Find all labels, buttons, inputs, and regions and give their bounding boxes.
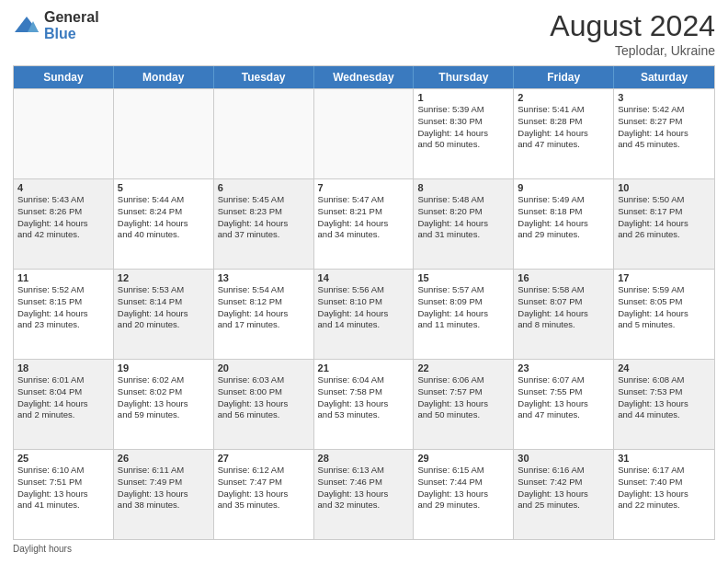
cell-line: and 2 minutes. [17,409,109,421]
cell-line: Daylight: 14 hours [17,218,109,230]
day-number: 20 [218,362,310,373]
cal-cell-27: 27Sunrise: 6:12 AMSunset: 7:47 PMDayligh… [214,450,314,539]
cell-line: and 22 minutes. [618,500,711,511]
cell-line: Sunset: 8:23 PM [218,206,310,218]
cell-line: Sunrise: 6:06 AM [417,374,509,386]
day-number: 16 [518,272,609,283]
cal-cell-15: 15Sunrise: 5:57 AMSunset: 8:09 PMDayligh… [414,270,514,359]
cell-line: Daylight: 14 hours [218,308,310,320]
cal-cell-8: 8Sunrise: 5:48 AMSunset: 8:20 PMDaylight… [414,179,514,269]
cell-line: Daylight: 14 hours [518,128,609,140]
cal-cell-28: 28Sunrise: 6:13 AMSunset: 7:46 PMDayligh… [314,450,415,539]
cell-line: Daylight: 13 hours [118,398,210,410]
cal-cell-12: 12Sunrise: 5:53 AMSunset: 8:14 PMDayligh… [114,270,214,359]
cell-line: and 40 minutes. [118,229,210,241]
cell-line: Daylight: 14 hours [17,308,109,320]
cell-line: Sunset: 7:51 PM [17,477,109,488]
day-number: 31 [618,453,711,464]
header: General Blue August 2024 Teplodar, Ukrai… [13,9,715,58]
cell-line: Daylight: 14 hours [318,218,410,230]
month-title: August 2024 [550,9,715,43]
cell-line: Sunrise: 5:52 AM [17,284,109,296]
cal-cell-30: 30Sunrise: 6:16 AMSunset: 7:42 PMDayligh… [514,450,614,539]
cell-line: Sunset: 8:12 PM [218,296,310,308]
cell-line: Sunrise: 5:53 AM [118,284,210,296]
cell-line: and 31 minutes. [417,229,509,241]
cell-line: Sunset: 7:58 PM [318,386,410,398]
day-number: 12 [118,272,210,283]
cell-line: Daylight: 13 hours [417,488,509,500]
day-number: 14 [318,272,410,283]
cell-line: and 41 minutes. [17,500,109,511]
cal-cell-25: 25Sunrise: 6:10 AMSunset: 7:51 PMDayligh… [14,450,114,539]
day-number: 4 [17,182,109,193]
day-number: 21 [318,362,410,373]
header-cell-friday: Friday [514,66,614,88]
page: General Blue August 2024 Teplodar, Ukrai… [0,0,728,563]
cell-line: Daylight: 14 hours [618,308,711,320]
logo-blue-text: Blue [44,26,99,42]
header-cell-sunday: Sunday [14,66,114,88]
cell-line: Sunset: 8:15 PM [17,296,109,308]
cal-cell-31: 31Sunrise: 6:17 AMSunset: 7:40 PMDayligh… [614,450,714,539]
day-number: 17 [618,272,711,283]
cell-line: and 25 minutes. [518,500,609,511]
cal-cell-11: 11Sunrise: 5:52 AMSunset: 8:15 PMDayligh… [14,270,114,359]
cell-line: Daylight: 13 hours [218,488,310,500]
cell-line: and 45 minutes. [618,139,711,151]
cell-line: Daylight: 14 hours [118,308,210,320]
logo-icon [13,12,40,40]
cell-line: Daylight: 13 hours [118,488,210,500]
cell-line: Sunset: 8:30 PM [417,116,509,128]
day-number: 15 [417,272,509,283]
cal-cell-empty-0 [14,89,114,178]
day-number: 10 [618,182,711,193]
logo: General Blue [13,9,99,41]
cell-line: and 32 minutes. [318,500,410,511]
cell-line: Sunrise: 6:04 AM [318,374,410,386]
cell-line: Daylight: 14 hours [518,218,609,230]
cell-line: Sunset: 8:07 PM [518,296,609,308]
cal-cell-empty-3 [314,89,415,178]
day-number: 3 [618,92,711,103]
cell-line: Sunrise: 5:41 AM [518,104,609,116]
cell-line: Sunset: 8:05 PM [618,296,711,308]
cal-cell-4: 4Sunrise: 5:43 AMSunset: 8:26 PMDaylight… [14,179,114,269]
cell-line: Sunset: 7:47 PM [218,477,310,488]
cal-cell-5: 5Sunrise: 5:44 AMSunset: 8:24 PMDaylight… [114,179,214,269]
cell-line: Sunset: 8:21 PM [318,206,410,218]
cell-line: Sunrise: 6:13 AM [318,465,410,477]
cal-cell-18: 18Sunrise: 6:01 AMSunset: 8:04 PMDayligh… [14,360,114,449]
day-number: 13 [218,272,310,283]
header-cell-saturday: Saturday [614,66,714,88]
day-number: 2 [518,92,609,103]
cell-line: Sunrise: 5:39 AM [417,104,509,116]
cell-line: Daylight: 14 hours [218,218,310,230]
cell-line: Daylight: 13 hours [17,488,109,500]
cell-line: and 56 minutes. [218,409,310,421]
header-cell-wednesday: Wednesday [314,66,415,88]
cell-line: Daylight: 14 hours [118,218,210,230]
day-number: 25 [17,453,109,464]
cell-line: and 20 minutes. [118,319,210,331]
header-cell-tuesday: Tuesday [214,66,314,88]
cell-line: Sunset: 7:55 PM [518,386,609,398]
cell-line: Sunset: 8:10 PM [318,296,410,308]
cell-line: and 38 minutes. [118,500,210,511]
cell-line: and 17 minutes. [218,319,310,331]
cell-line: Sunrise: 5:49 AM [518,194,609,206]
cell-line: Sunset: 7:49 PM [118,477,210,488]
cell-line: and 26 minutes. [618,229,711,241]
cell-line: and 59 minutes. [118,409,210,421]
cell-line: Sunset: 8:26 PM [17,206,109,218]
cal-cell-9: 9Sunrise: 5:49 AMSunset: 8:18 PMDaylight… [514,179,614,269]
title-block: August 2024 Teplodar, Ukraine [550,9,715,58]
cell-line: Daylight: 14 hours [417,128,509,140]
cell-line: Daylight: 14 hours [17,398,109,410]
cell-line: Sunrise: 5:47 AM [318,194,410,206]
cell-line: Sunrise: 6:07 AM [518,374,609,386]
cell-line: Sunrise: 5:48 AM [417,194,509,206]
cell-line: and 37 minutes. [218,229,310,241]
logo-text: General Blue [44,9,99,41]
cell-line: Sunset: 8:27 PM [618,116,711,128]
